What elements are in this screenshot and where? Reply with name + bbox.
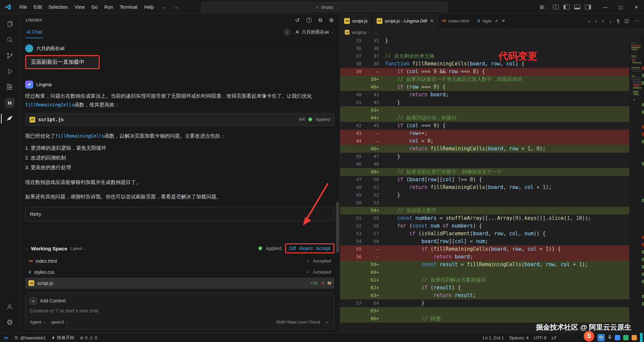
show-desktop-button[interactable] [640, 333, 643, 342]
ws-action-accept[interactable]: Accept [316, 246, 330, 251]
status-account[interactable]: @haaseduk1 [11, 333, 49, 342]
diff-line[interactable]: 62+ if (result) { [340, 284, 629, 292]
diff-line[interactable]: 39— if (col === 9 && row === 8) { [340, 68, 629, 76]
chat-composer[interactable]: + Add Context Continue or '/' to start a… [25, 293, 334, 330]
panel-settings-icon[interactable]: ⚙ [329, 17, 334, 23]
search-sidebar-icon[interactable] [1, 32, 18, 48]
diff-line[interactable]: 40+ if (row === 9) { [340, 83, 629, 91]
tray-icon-green[interactable] [623, 335, 629, 340]
diff-line[interactable]: 54+ // 尝试填入数字 [340, 207, 629, 214]
tab-script-js-lingma-diff[interactable]: JSscript.js - Lingma Diff✕ [373, 14, 438, 28]
lingma-icon[interactable] [1, 111, 18, 127]
tab-style[interactable]: #style✓✕ [473, 14, 509, 28]
feedback-icon[interactable]: ⧉ [318, 17, 322, 23]
source-control-icon[interactable] [1, 48, 18, 63]
diff-line[interactable]: 49+ // 如果当前位置已有数字，则继续填充下一个 [340, 168, 629, 176]
add-context-label[interactable]: Add Context [40, 298, 66, 303]
breadcrumb[interactable]: JS script.js › … [340, 28, 644, 37]
ws-file-row[interactable]: <>index.html✓Accepted [25, 255, 334, 266]
history-forward-icon[interactable]: → [173, 4, 178, 10]
next-change-icon[interactable]: ↓ [609, 18, 612, 24]
status-item[interactable]: UTF-8 [531, 333, 549, 342]
diff-line[interactable]: 4952 } [340, 191, 629, 199]
diff-line[interactable]: 3838function fillRemainingCells(board, r… [340, 60, 629, 68]
toggle-sidebar-icon[interactable] [564, 5, 570, 9]
version-dropdown[interactable]: Latest⌄ [70, 246, 86, 251]
chat-input[interactable]: Continue or '/' to start a new chat [30, 308, 330, 315]
diff-line[interactable]: 3535} [340, 37, 629, 45]
diff-editor[interactable]: 3535}36363737// 填充剩余的单元格3838function fil… [340, 37, 644, 333]
status-item[interactable]: Ln 1, Col 1 [480, 333, 506, 342]
breadcrumb-more[interactable]: … [373, 30, 377, 35]
toggle-panel-icon[interactable] [574, 5, 580, 9]
diff-line[interactable]: 43— row++; [340, 130, 629, 137]
tab-script-js[interactable]: JS script.js [340, 14, 372, 28]
maximize-button[interactable]: ▢ [613, 0, 629, 14]
diff-line[interactable]: 66+ // 回溯 [340, 315, 629, 323]
diff-line[interactable]: 3636 [340, 45, 629, 52]
history-icon[interactable]: ↺ [295, 17, 300, 23]
run-debug-icon[interactable] [1, 63, 18, 79]
remote-icon[interactable]: >< [0, 335, 11, 340]
diff-line[interactable]: 4547 } [340, 153, 629, 160]
menu-view[interactable]: View [71, 2, 88, 12]
diff-line[interactable]: 60+ [340, 268, 629, 276]
help-icon[interactable]: ? [306, 17, 312, 23]
diff-line[interactable]: 5458 board[row][col] = num; [340, 238, 629, 245]
cell-grid-icon[interactable]: ⊞⌄ [540, 4, 547, 10]
diff-line[interactable]: 55— if (fillRemainingCells(board, row, c… [340, 245, 629, 253]
juejin-logo-icon[interactable]: S [584, 331, 594, 342]
tray-icon-blue[interactable] [615, 335, 620, 340]
status-quick-start[interactable]: 快速开始 [49, 333, 77, 342]
diff-line[interactable]: 4142 } [340, 99, 629, 106]
diff-line[interactable]: 5764 } [340, 299, 629, 307]
menu-run[interactable]: Run [101, 2, 116, 12]
breadcrumb-file[interactable]: script.js [352, 30, 367, 35]
send-icon[interactable]: → [324, 319, 330, 325]
sidebar-scrollbar[interactable] [336, 202, 339, 252]
diff-line[interactable]: 39+ // 如果到达最后一个单元格且已填入数字，则返回成功 [340, 76, 629, 83]
account-icon[interactable] [1, 299, 18, 314]
model-dropdown[interactable]: qwen3⌄ [51, 320, 68, 325]
command-center-search[interactable]: ⌕ shudu [201, 2, 448, 12]
menu-file[interactable]: File [16, 2, 31, 12]
split-editor-icon[interactable]: ◫ [625, 18, 629, 24]
diff-line[interactable]: 3737// 填充剩余的单元格 [340, 52, 629, 60]
account-menu[interactable]: 六月的雨在ali ⌄ [295, 29, 334, 35]
h-extension-icon[interactable]: H [1, 95, 18, 111]
diff-line[interactable]: 44— col = 0; [340, 137, 629, 145]
whitespace-icon[interactable]: ¶ [617, 18, 620, 24]
diff-line[interactable]: 65+ [340, 307, 629, 315]
history-back-icon[interactable]: ← [162, 4, 167, 10]
diff-line[interactable]: 43+ [340, 106, 629, 114]
minimap[interactable] [629, 37, 642, 333]
menu-terminal[interactable]: Terminal [116, 2, 141, 12]
diff-line[interactable]: 44+ // 如果到达行末，则换行 [340, 114, 629, 122]
manage-gear-icon[interactable]: ⚙ [1, 314, 18, 330]
diff-line[interactable]: 5256 for (const num of numbers) { [340, 222, 629, 230]
ws-action-diff[interactable]: Diff [289, 246, 296, 251]
tray-icon-orange[interactable] [632, 335, 637, 340]
status-item[interactable]: Spaces: 4 [506, 333, 531, 342]
diff-line[interactable]: 4750 if (board[row][col] !== 0) { [340, 176, 629, 184]
diff-line[interactable]: 4851 return fillRemainingCells(board, ro… [340, 184, 629, 191]
diff-line[interactable]: 5357 if (isValidPlacement(board, row, co… [340, 230, 629, 238]
tab-index-html[interactable]: <>index.html [438, 14, 474, 28]
ws-action-reject[interactable]: Reject [300, 246, 313, 251]
diff-line[interactable]: 5155 const numbers = shuffleArray([...Ar… [340, 214, 629, 222]
close-icon[interactable]: ✕ [502, 18, 505, 23]
diff-line[interactable]: 46+ return fillRemainingCells(board, row… [340, 145, 629, 153]
collapse-chevron-icon[interactable]: ⌄ [25, 247, 28, 250]
menu-selection[interactable]: Selection [45, 2, 71, 12]
close-icon[interactable]: ✕ [430, 18, 434, 23]
minimize-button[interactable]: — [598, 0, 613, 14]
diff-line[interactable]: 4245 if (col === 9) { [340, 122, 629, 130]
ime-indicator[interactable]: 中 [597, 334, 605, 341]
diff-line[interactable]: 59+ const result = fillRemainingCells(bo… [340, 261, 629, 268]
extensions-icon[interactable] [1, 79, 18, 95]
ws-file-row[interactable]: JSscript.js+16-5M [25, 278, 334, 289]
diff-line[interactable]: 4041 return board; [340, 91, 629, 99]
menu-help[interactable]: Help [141, 2, 157, 12]
close-button[interactable]: ✕ [629, 0, 644, 14]
menu-edit[interactable]: Edit [31, 2, 45, 12]
